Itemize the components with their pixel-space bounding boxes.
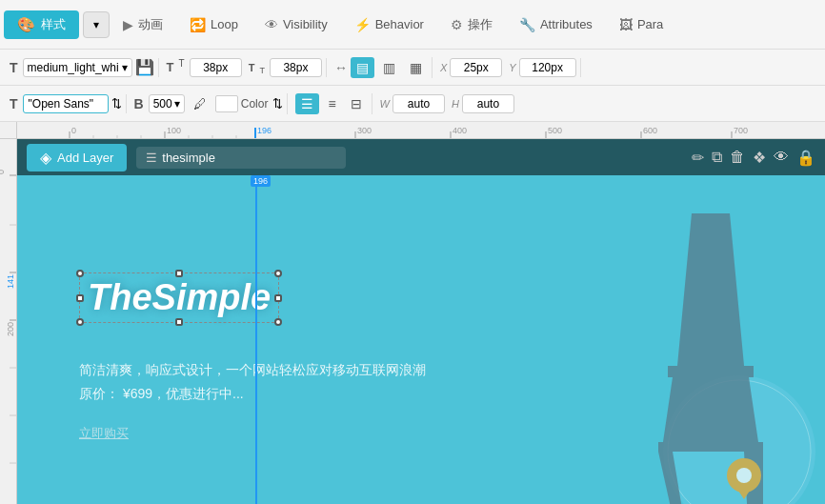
font-family-arrow: ⇅ <box>111 96 122 111</box>
tab-attributes[interactable]: 🔧 Attributes <box>506 11 606 38</box>
color-arrow: ⇅ <box>272 96 283 111</box>
canvas[interactable]: ◈ Add Layer ☰ thesimple ✏ ⧉ 🗑 ❖ 👁 🔒 <box>17 139 825 504</box>
style-icon: 🎨 <box>17 16 35 33</box>
font-size-label1: T <box>167 60 174 74</box>
spacing-icon: ↔ <box>334 60 348 75</box>
animate-label: 动画 <box>138 16 163 33</box>
type-label: T <box>10 60 18 75</box>
link-label: 立即购买 <box>79 426 129 440</box>
ruler-h: 0 100 196 300 400 500 600 700 <box>17 122 825 138</box>
font-size-label2: T <box>249 62 255 73</box>
svg-marker-36 <box>663 377 758 442</box>
font-size-input2[interactable]: 38px <box>270 58 322 77</box>
w-label: W <box>380 98 390 110</box>
connect-layer-icon[interactable]: ⧉ <box>712 149 722 166</box>
para-icon: 🖼 <box>619 17 633 32</box>
tab-behavior[interactable]: ⚡ Behavior <box>341 11 437 38</box>
font-size-group: T T 38px T T 38px <box>163 58 327 77</box>
attributes-icon: 🔧 <box>519 17 535 32</box>
subtitle-text: 简洁清爽，响应式设计，一个网站轻松应对移动互联网浪潮 原价： ¥699，优惠进行… <box>79 358 426 406</box>
svg-text:196: 196 <box>257 126 272 135</box>
visibility-label: Visibility <box>283 17 328 31</box>
svg-rect-35 <box>668 366 754 377</box>
font-size-sublabel2: T <box>259 66 265 75</box>
font-size-input1[interactable]: 38px <box>190 58 242 77</box>
save-button[interactable]: 💾 <box>135 58 154 76</box>
font-select-value: medium_light_whi <box>28 61 119 74</box>
lock-layer-icon[interactable]: 🔒 <box>796 149 815 167</box>
ruler-v: 0 141 200 <box>0 139 17 504</box>
x-value: 25px <box>464 61 489 74</box>
attributes-label: Attributes <box>540 17 593 31</box>
text-element-selection[interactable]: TheSimple <box>79 272 279 323</box>
add-layer-icon: ◈ <box>40 149 51 167</box>
tab-loop[interactable]: 🔁 Loop <box>176 11 252 38</box>
svg-text:700: 700 <box>734 126 748 135</box>
add-layer-button[interactable]: ◈ Add Layer <box>27 144 127 171</box>
text-align-center-btn[interactable]: ≡ <box>322 93 341 114</box>
handle-bottom-left[interactable] <box>76 318 84 326</box>
font-family-input[interactable] <box>23 94 109 113</box>
handle-middle-left[interactable] <box>76 294 84 302</box>
layer-actions: ✏ ⧉ 🗑 ❖ 👁 🔒 <box>692 149 815 167</box>
font-type-group: T medium_light_whi ▾ 💾 <box>6 58 159 77</box>
svg-text:141: 141 <box>6 274 15 289</box>
w-input[interactable]: auto <box>392 94 445 113</box>
color-swatch[interactable] <box>215 95 238 112</box>
handle-top-right[interactable] <box>274 270 282 277</box>
text-align-group: ☰ ≡ ⊟ <box>292 93 372 114</box>
ruler-h-svg: 0 100 196 300 400 500 600 700 <box>17 122 825 138</box>
y-value: 120px <box>532 61 563 74</box>
x-input[interactable]: 25px <box>450 58 502 77</box>
behavior-icon: ⚡ <box>354 17 371 32</box>
operate-icon: ⚙ <box>451 17 463 32</box>
text-align-left-btn[interactable]: ☰ <box>295 93 319 114</box>
eye-layer-icon[interactable]: 👁 <box>774 149 789 166</box>
edit-layer-icon[interactable]: ✏ <box>692 149 704 167</box>
bold-label-b: B <box>134 96 144 111</box>
bold-group: B 500 ▾ 🖊 Color ⇅ <box>131 93 289 114</box>
sub-text-line2: 原价： ¥699，优惠进行中... <box>79 382 426 406</box>
svg-text:400: 400 <box>453 126 467 135</box>
tab-dropdown[interactable]: ▾ <box>83 11 110 38</box>
align-right-btn[interactable]: ▦ <box>404 57 428 78</box>
style-toolbar: T medium_light_whi ▾ 💾 T T 38px T T 38px… <box>0 50 825 86</box>
tab-animate[interactable]: ▶ 动画 <box>110 10 176 39</box>
link-text[interactable]: 立即购买 <box>79 425 129 442</box>
layer-name: thesimple <box>162 151 215 165</box>
handle-top-middle[interactable] <box>175 270 183 277</box>
handle-middle-right[interactable] <box>274 294 282 302</box>
handle-bottom-right[interactable] <box>274 318 282 326</box>
tab-visibility[interactable]: 👁 Visibility <box>252 11 341 38</box>
spacing-group: ↔ ▤ ▥ ▦ <box>331 57 433 78</box>
delete-layer-icon[interactable]: 🗑 <box>730 149 745 166</box>
loop-icon: 🔁 <box>190 17 206 32</box>
ruler-v-svg: 0 141 200 <box>0 139 17 504</box>
bold-select[interactable]: 500 ▾ <box>149 94 185 113</box>
xy-group: X 25px Y 120px <box>436 58 581 77</box>
align-center-btn[interactable]: ▥ <box>377 57 401 78</box>
text-align-right-btn[interactable]: ⊟ <box>345 93 368 114</box>
y-label: Y <box>509 62 515 73</box>
align-left-btn[interactable]: ▤ <box>351 57 374 78</box>
color-picker-btn[interactable]: 🖊 <box>188 93 212 114</box>
font-size-value1: 38px <box>203 61 228 74</box>
dropdown-icon: ▾ <box>93 18 99 31</box>
bold-value: 500 <box>153 97 172 111</box>
more-layer-icon[interactable]: ❖ <box>753 149 766 167</box>
handle-top-left[interactable] <box>76 270 84 277</box>
tab-operate[interactable]: ⚙ 操作 <box>437 10 506 39</box>
ruler-corner <box>0 122 17 138</box>
tab-style[interactable]: 🎨 样式 <box>4 10 79 39</box>
handle-bottom-middle[interactable] <box>175 318 183 326</box>
svg-text:0: 0 <box>0 170 6 174</box>
font-label-t: T <box>10 96 18 111</box>
loop-label: Loop <box>211 17 238 31</box>
h-input[interactable]: auto <box>462 94 514 113</box>
font-family-select[interactable]: medium_light_whi ▾ <box>23 58 132 77</box>
svg-point-42 <box>736 468 752 483</box>
tab-para[interactable]: 🖼 Para <box>606 11 676 38</box>
y-input[interactable]: 120px <box>519 58 576 77</box>
font-detail-toolbar: T ⇅ B 500 ▾ 🖊 Color ⇅ ☰ ≡ ⊟ W auto H aut… <box>0 86 825 122</box>
top-toolbar: 🎨 样式 ▾ ▶ 动画 🔁 Loop 👁 Visibility ⚡ Behavi… <box>0 0 825 50</box>
